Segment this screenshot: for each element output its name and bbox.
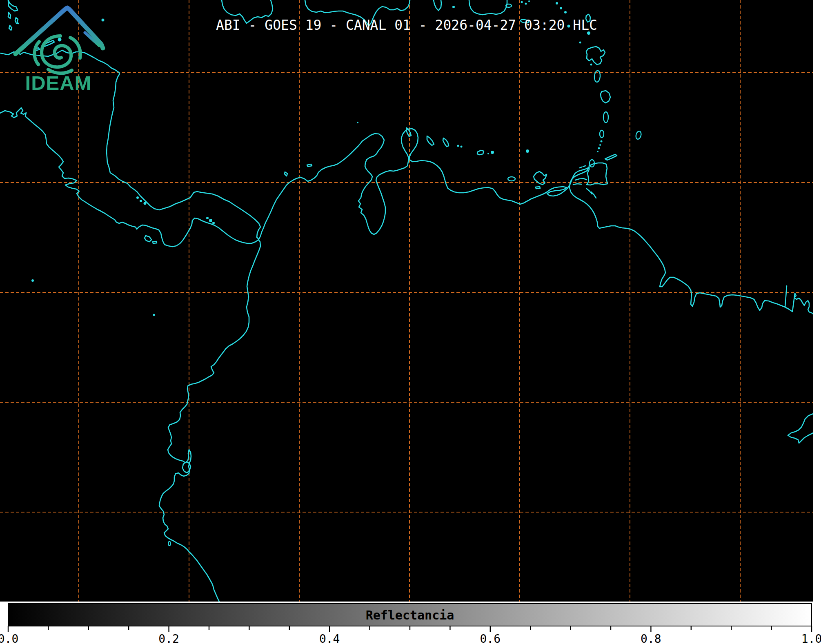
islet-dot <box>521 1 523 3</box>
hurricane-swirl-icon <box>34 36 80 73</box>
islet-dot <box>487 153 489 154</box>
islet-dot <box>140 200 142 202</box>
islet-dot <box>556 2 558 4</box>
island-la-tortuga <box>508 177 515 181</box>
islet-dot <box>599 144 601 146</box>
colorbar-tick-label: 0.6 <box>480 632 501 644</box>
ideam-logo-text: IDEAM <box>25 72 92 94</box>
islet-dot <box>357 122 358 123</box>
colorbar-tick-label: 0.2 <box>158 632 179 644</box>
image-title: ABI - GOES 19 - CANAL 01 - 2026-04-27 03… <box>0 17 813 33</box>
island-lobos-islet <box>169 541 171 546</box>
coastline-los-roques <box>477 150 484 155</box>
colorbar: Reflectancia0.00.20.40.60.81.0 <box>0 602 821 644</box>
coastline-amazon-mouth-hook <box>788 414 813 443</box>
figure: ABI - GOES 19 - CANAL 01 - 2026-04-27 03… <box>0 0 821 644</box>
coastline-pacific-mainland-coast <box>0 108 260 602</box>
islet-dot <box>526 149 529 153</box>
islet-dot <box>528 0 530 2</box>
islet-dot <box>579 42 581 44</box>
islet-dot <box>560 7 562 9</box>
islet-dot <box>597 151 599 152</box>
colorbar-tick-label: 1.0 <box>801 632 821 644</box>
coastline-curacao <box>427 136 434 145</box>
island-st-lucia <box>603 112 608 123</box>
island-barbados <box>635 131 642 140</box>
colorbar-label: Reflectancia <box>366 608 454 622</box>
colorbar-tick-label: 0.4 <box>319 632 340 644</box>
islet-dot <box>601 140 603 143</box>
coastline-puerto-rico-south-coast <box>469 0 507 15</box>
satellite-map-area: ABI - GOES 19 - CANAL 01 - 2026-04-27 03… <box>0 0 813 602</box>
colorbar-tick-label: 0.0 <box>0 632 18 644</box>
islet-dot <box>491 151 494 154</box>
coastline-bonaire <box>443 138 449 147</box>
islet-dot <box>598 147 600 149</box>
islet-dot <box>31 279 34 282</box>
coastline-margarita <box>534 172 547 185</box>
coastline-cartagena-islet <box>285 172 287 176</box>
coastline-coche-islet <box>536 187 540 189</box>
coastline-orinoco-delta-channels <box>573 178 596 198</box>
islet-dot <box>525 3 527 5</box>
coastline-trinidad-nw-islets <box>580 166 585 168</box>
islet-dot <box>564 11 567 13</box>
coastline-coiba <box>145 236 151 242</box>
coastline-tobago <box>605 154 617 160</box>
island-dominica <box>594 70 601 82</box>
islet-dot <box>212 222 215 224</box>
coastline-beata-fragment <box>434 0 441 11</box>
coastline-cebaco-islet <box>153 241 157 243</box>
island-st-vincent <box>600 130 604 138</box>
coastline-guadeloupe <box>586 47 605 65</box>
coastline-trinidad <box>587 163 607 185</box>
islet-dot <box>457 145 459 147</box>
islet-dot <box>153 314 155 316</box>
islet-dot <box>136 196 139 199</box>
coastline-santa-marta-islet <box>307 164 312 167</box>
islet-dot <box>209 219 212 222</box>
ideam-logo: IDEAM <box>0 0 106 96</box>
islet-dot <box>590 64 592 66</box>
colorbar-tick-label: 0.8 <box>641 632 661 644</box>
islet-dot <box>144 202 147 205</box>
coastline-grid-canvas <box>0 0 813 602</box>
islet-dot <box>461 146 463 148</box>
islet-dot <box>452 6 455 8</box>
coastline-martinique <box>601 91 610 103</box>
islet-dot <box>206 217 209 219</box>
